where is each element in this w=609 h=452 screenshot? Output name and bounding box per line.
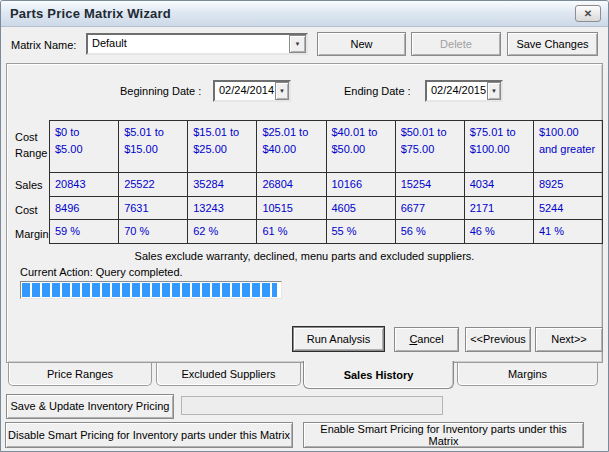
sales-cell: 35284: [188, 173, 257, 197]
previous-button[interactable]: <<Previous: [465, 327, 531, 352]
cost-cell: 4605: [326, 196, 395, 220]
beginning-date-dropdown-button[interactable]: ▼: [275, 82, 289, 100]
price-matrix-grid: $0 to$5.00 $5.01 to$15.00 $15.01 to$25.0…: [49, 120, 603, 244]
tab-excluded-suppliers[interactable]: Excluded Suppliers: [156, 363, 301, 386]
window-title: Parts Price Matrix Wizard: [1, 6, 171, 21]
ending-date-picker[interactable]: 02/24/2015 ▼: [425, 80, 503, 102]
cost-cell: 7631: [119, 196, 188, 220]
sales-cell: 20843: [50, 173, 119, 197]
cost-range-label-line2: Range: [15, 147, 47, 159]
cancel-button-label: Cancel: [409, 333, 443, 345]
margin-cell: 41 %: [533, 220, 602, 244]
matrix-name-value: Default: [88, 35, 289, 53]
cost-cell: 5244: [533, 196, 602, 220]
matrix-name-label: Matrix Name:: [11, 39, 76, 51]
cost-range-label-line1: Cost: [15, 131, 38, 143]
close-icon: ✕: [584, 9, 592, 19]
sales-cell: 25522: [119, 173, 188, 197]
save-changes-button[interactable]: Save Changes: [507, 32, 598, 56]
margin-cell: 70 %: [119, 220, 188, 244]
margin-row-label: Margin: [15, 228, 49, 240]
margin-cell: 61 %: [257, 220, 326, 244]
cost-range-header-row: $0 to$5.00 $5.01 to$15.00 $15.01 to$25.0…: [50, 121, 603, 173]
sales-cell: 15254: [395, 173, 464, 197]
beginning-date-label: Beginning Date :: [120, 85, 201, 97]
cost-range-cell: $0 to$5.00: [50, 121, 119, 173]
tab-price-ranges[interactable]: Price Ranges: [8, 363, 152, 386]
next-button[interactable]: Next>>: [535, 327, 603, 352]
cost-row-label: Cost: [15, 204, 38, 216]
cost-range-cell: $100.00and greater: [533, 121, 602, 173]
margin-cell: 55 %: [326, 220, 395, 244]
tab-sales-history[interactable]: Sales History: [303, 361, 454, 389]
margin-cell: 62 %: [188, 220, 257, 244]
margin-cell: 56 %: [395, 220, 464, 244]
matrix-name-combobox[interactable]: Default ▼: [86, 33, 308, 55]
cost-cell: 10515: [257, 196, 326, 220]
progress-bar: [20, 281, 282, 299]
new-button[interactable]: New: [317, 32, 406, 56]
cost-row: 8496 7631 13243 10515 4605 6677 2171 524…: [50, 196, 603, 220]
close-button[interactable]: ✕: [575, 5, 601, 22]
beginning-date-value: 02/24/2014: [215, 82, 275, 100]
chevron-down-icon: ▼: [491, 88, 497, 94]
chevron-down-icon: ▼: [295, 41, 301, 47]
title-bar: Parts Price Matrix Wizard ✕: [1, 1, 608, 27]
save-update-inventory-pricing-button[interactable]: Save & Update Inventory Pricing: [6, 394, 174, 419]
sales-row: 20843 25522 35284 26804 10166 15254 4034…: [50, 173, 603, 197]
cost-range-cell: $15.01 to$25.00: [188, 121, 257, 173]
margin-cell: 46 %: [464, 220, 533, 244]
current-action-status: Current Action: Query completed.: [20, 266, 183, 278]
tab-margins[interactable]: Margins: [457, 363, 598, 386]
sales-cell: 4034: [464, 173, 533, 197]
ending-date-dropdown-button[interactable]: ▼: [487, 82, 501, 100]
cost-cell: 6677: [395, 196, 464, 220]
margin-cell: 59 %: [50, 220, 119, 244]
margin-row: 59 % 70 % 62 % 61 % 55 % 56 % 46 % 41 %: [50, 220, 603, 244]
progress-bar-fill: [22, 283, 277, 297]
delete-button[interactable]: Delete: [411, 32, 501, 56]
run-analysis-button[interactable]: Run Analysis: [292, 326, 385, 352]
inventory-pricing-progress-field: [181, 396, 443, 415]
cancel-button[interactable]: Cancel: [394, 327, 459, 352]
sales-cell: 10166: [326, 173, 395, 197]
cost-cell: 13243: [188, 196, 257, 220]
chevron-down-icon: ▼: [279, 88, 285, 94]
sales-history-tab-page: Beginning Date : 02/24/2014 ▼ Ending Dat…: [6, 63, 603, 363]
cost-range-cell: $40.01 to$50.00: [326, 121, 395, 173]
cost-range-cell: $5.01 to$15.00: [119, 121, 188, 173]
cost-range-cell: $75.01 to$100.00: [464, 121, 533, 173]
parts-price-matrix-wizard-dialog: Parts Price Matrix Wizard ✕ Matrix Name:…: [0, 0, 609, 452]
enable-smart-pricing-button[interactable]: Enable Smart Pricing for Inventory parts…: [303, 422, 584, 448]
ending-date-label: Ending Date :: [344, 85, 411, 97]
disable-smart-pricing-button[interactable]: Disable Smart Pricing for Inventory part…: [5, 422, 293, 448]
cost-range-cell: $25.01 to$40.00: [257, 121, 326, 173]
cost-range-cell: $50.01 to$75.00: [395, 121, 464, 173]
exclusion-note: Sales exclude warranty, declined, menu p…: [7, 250, 602, 262]
sales-row-label: Sales: [15, 179, 43, 191]
beginning-date-picker[interactable]: 02/24/2014 ▼: [213, 80, 291, 102]
sales-cell: 8925: [533, 173, 602, 197]
ending-date-value: 02/24/2015: [427, 82, 487, 100]
sales-cell: 26804: [257, 173, 326, 197]
cost-cell: 8496: [50, 196, 119, 220]
matrix-name-dropdown-button[interactable]: ▼: [289, 35, 306, 53]
cost-cell: 2171: [464, 196, 533, 220]
